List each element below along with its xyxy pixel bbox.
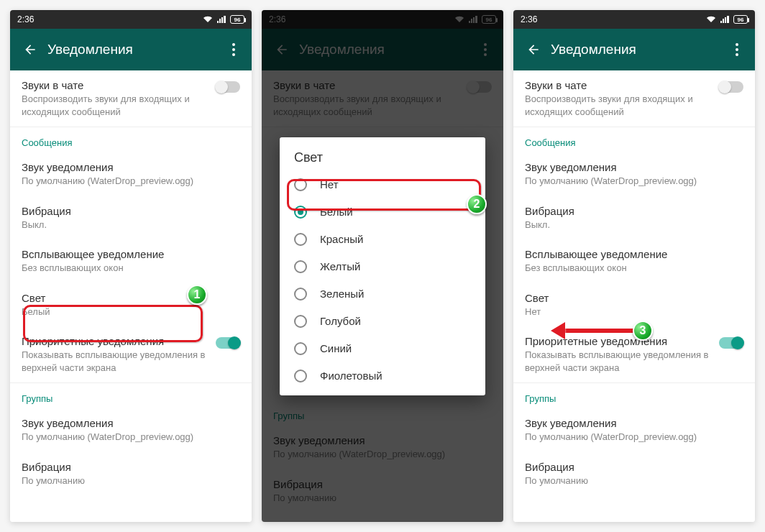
priority-switch[interactable] <box>719 337 743 349</box>
radio-icon <box>294 342 307 355</box>
light-option-label: Белый <box>320 206 353 218</box>
signal-icon <box>217 16 226 23</box>
light-dialog: Свет НетБелыйКрасныйЖелтыйЗеленыйГолубой… <box>280 137 485 395</box>
group-sound-row[interactable]: Звук уведомления По умолчанию (WaterDrop… <box>10 408 252 452</box>
light-option[interactable]: Голубой <box>280 308 485 335</box>
svg-point-1 <box>232 48 235 51</box>
wifi-icon <box>706 16 716 23</box>
svg-point-0 <box>232 43 235 46</box>
radio-icon <box>294 260 307 273</box>
page-title: Уведомления <box>43 42 223 58</box>
light-option-label: Желтый <box>320 260 360 272</box>
wifi-icon <box>203 16 213 23</box>
light-option-label: Зеленый <box>320 288 364 300</box>
priority-switch[interactable] <box>216 337 240 349</box>
light-option-label: Синий <box>320 342 352 354</box>
dialog-title: Свет <box>280 150 485 171</box>
screen-1: 2:36 96 Уведомления Звуки в чате Воспрои… <box>10 10 252 522</box>
radio-icon <box>294 233 307 246</box>
status-time: 2:36 <box>17 14 34 24</box>
status-icons: 96 <box>203 15 244 24</box>
chat-sounds-title: Звуки в чате <box>22 79 216 91</box>
group-sound-row[interactable]: Звук уведомления По умолчанию (WaterDrop… <box>513 408 755 452</box>
back-button[interactable] <box>521 42 546 57</box>
dialog-options: НетБелыйКрасныйЖелтыйЗеленыйГолубойСиний… <box>280 171 485 390</box>
radio-icon <box>294 315 307 328</box>
battery-indicator: 96 <box>733 15 748 24</box>
radio-icon <box>294 288 307 301</box>
screen-3: 2:36 96 Уведомления Звуки в чате Воспрои… <box>513 10 755 522</box>
status-bar: 2:36 96 <box>513 10 755 29</box>
priority-row[interactable]: Приоритетные уведомления Показывать вспл… <box>10 326 252 382</box>
settings-list: Звуки в чате Воспроизводить звуки для вх… <box>10 70 252 522</box>
groups-section-label: Группы <box>10 383 252 408</box>
light-option[interactable]: Нет <box>280 171 485 198</box>
svg-point-8 <box>736 53 738 56</box>
light-option-label: Голубой <box>320 315 361 327</box>
light-option[interactable]: Желтый <box>280 253 485 280</box>
status-time: 2:36 <box>521 14 537 24</box>
overflow-menu-button[interactable] <box>223 43 244 56</box>
status-bar: 2:36 96 <box>10 10 252 29</box>
notification-sound-row[interactable]: Звук уведомления По умолчанию (WaterDrop… <box>513 152 755 196</box>
screen-2: 2:36 96 Уведомления Звуки в чате Воспрои… <box>262 10 503 522</box>
light-option[interactable]: Синий <box>280 335 485 362</box>
light-row[interactable]: Свет Белый <box>10 283 252 327</box>
light-option-label: Нет <box>320 178 339 191</box>
radio-icon <box>294 178 307 191</box>
radio-icon <box>294 370 307 382</box>
group-vibration-row[interactable]: Вибрация По умолчанию <box>10 452 252 496</box>
light-option[interactable]: Красный <box>280 226 485 253</box>
signal-icon <box>720 16 729 23</box>
notification-sound-row[interactable]: Звук уведомления По умолчанию (WaterDrop… <box>10 152 252 196</box>
vibration-row[interactable]: Вибрация Выкл. <box>513 196 755 240</box>
light-option[interactable]: Зеленый <box>280 280 485 308</box>
messages-section-label: Сообщения <box>10 127 252 152</box>
light-option[interactable]: Фиолетовый <box>280 362 485 390</box>
app-bar: Уведомления <box>10 29 252 70</box>
svg-point-6 <box>736 43 738 46</box>
light-option[interactable]: Белый <box>280 198 485 226</box>
popup-row[interactable]: Всплывающее уведомление Без всплывающих … <box>10 239 252 283</box>
light-option-label: Фиолетовый <box>320 370 382 382</box>
settings-list: Звуки в чате Воспроизводить звуки для вх… <box>513 70 755 522</box>
chat-sounds-row[interactable]: Звуки в чате Воспроизводить звуки для вх… <box>513 70 755 127</box>
priority-row[interactable]: Приоритетные уведомления Показывать вспл… <box>513 326 755 382</box>
light-option-label: Красный <box>320 233 363 245</box>
chat-sounds-row[interactable]: Звуки в чате Воспроизводить звуки для вх… <box>10 70 252 127</box>
svg-point-7 <box>736 48 738 51</box>
chat-sounds-switch[interactable] <box>216 81 240 93</box>
overflow-menu-button[interactable] <box>726 43 748 56</box>
light-row[interactable]: Свет Нет <box>513 283 755 327</box>
back-button[interactable] <box>17 42 43 57</box>
group-vibration-row[interactable]: Вибрация По умолчанию <box>513 452 755 496</box>
chat-sounds-sub: Воспроизводить звуки для входящих и исхо… <box>22 93 216 118</box>
chat-sounds-switch[interactable] <box>719 81 743 93</box>
dialog-overlay[interactable]: Свет НетБелыйКрасныйЖелтыйЗеленыйГолубой… <box>262 10 503 522</box>
battery-indicator: 96 <box>230 15 244 24</box>
popup-row[interactable]: Всплывающее уведомление Без всплывающих … <box>513 239 755 283</box>
page-title: Уведомления <box>546 42 726 58</box>
vibration-row[interactable]: Вибрация Выкл. <box>10 196 252 240</box>
radio-icon <box>294 206 307 219</box>
svg-point-2 <box>232 53 235 56</box>
app-bar: Уведомления <box>513 29 755 70</box>
